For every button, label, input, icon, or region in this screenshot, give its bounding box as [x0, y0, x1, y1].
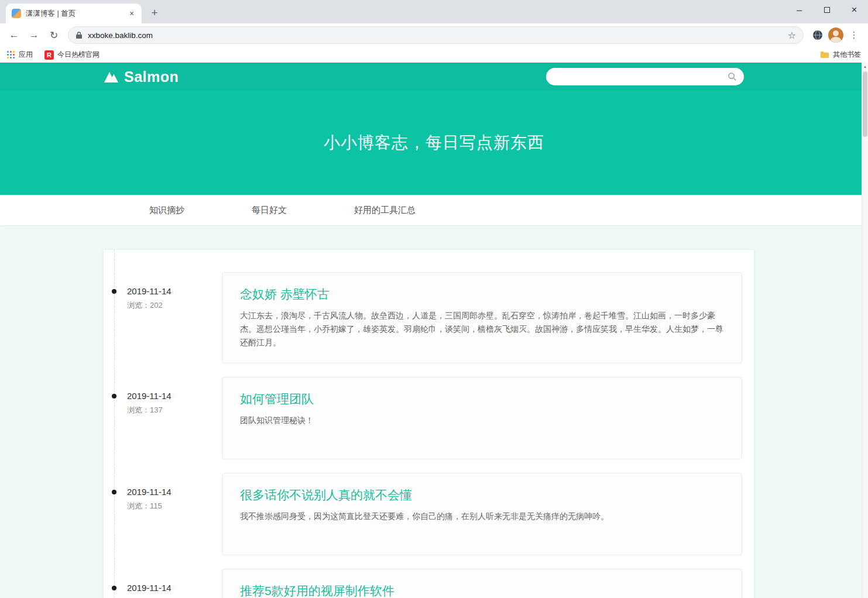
other-bookmarks-label: 其他书签: [833, 50, 861, 60]
tab-title: 潇潇博客 | 首页: [26, 9, 122, 19]
search-icon[interactable]: [728, 72, 737, 81]
site-logo[interactable]: Salmon: [104, 68, 179, 85]
maximize-icon: [824, 7, 830, 13]
folder-icon: [820, 51, 829, 59]
hero-title: 小小博客志，每日写点新东西: [324, 132, 544, 154]
tab-close-icon[interactable]: ×: [126, 8, 137, 19]
profile-avatar[interactable]: [828, 28, 843, 43]
post-title-link[interactable]: 推荐5款好用的视屏制作软件: [240, 583, 724, 598]
browser-toolbar: ← → ↻ xxboke.baklib.com ☆ ⋮: [0, 23, 868, 47]
browser-menu-icon[interactable]: ⋮: [845, 26, 863, 44]
post-card: 推荐5款好用的视屏制作软件 视屏制作软件汇总: [222, 569, 742, 598]
salmon-logo-icon: [104, 70, 119, 83]
other-bookmarks[interactable]: 其他书签: [820, 50, 861, 60]
apps-label: 应用: [19, 50, 33, 60]
scrollbar-thumb[interactable]: [863, 71, 867, 137]
post-excerpt: 大江东去，浪淘尽，千古风流人物。故垒西边，人道是，三国周郎赤壁。乱石穿空，惊涛拍…: [240, 309, 724, 349]
page-scrollbar[interactable]: ▲: [862, 63, 868, 598]
site-header-top: Salmon: [0, 63, 868, 91]
apps-grid-icon: [7, 51, 15, 59]
hero-banner: 小小博客志，每日写点新东西: [0, 91, 868, 195]
close-window-button[interactable]: ×: [840, 0, 868, 20]
site-header: Salmon 小小博客志，每日写点新东西: [0, 63, 868, 195]
post-date: 2019-11-14: [127, 487, 222, 497]
nav-item-knowledge[interactable]: 知识摘抄: [149, 205, 184, 216]
bookmarks-bar: 应用 R 今日热榜官网 其他书签: [0, 47, 868, 63]
apps-shortcut[interactable]: 应用: [7, 50, 33, 60]
hot-site-label: 今日热榜官网: [57, 50, 100, 60]
new-tab-button[interactable]: +: [146, 5, 163, 21]
post-meta: 2019-11-14 浏览：202: [104, 272, 222, 363]
bookmark-hot-site[interactable]: R 今日热榜官网: [44, 50, 100, 60]
search-input[interactable]: [553, 73, 728, 81]
post-card: 很多话你不说别人真的就不会懂 我不推崇感同身受，因为这简直比登天还要难，你自己的…: [222, 473, 742, 555]
nav-item-tools[interactable]: 好用的工具汇总: [354, 205, 416, 216]
post-excerpt: 我不推崇感同身受，因为这简直比登天还要难，你自己的痛，在别人听来无非是无关痛痒的…: [240, 510, 724, 523]
post-meta: 2019-11-14 浏览：137: [104, 377, 222, 459]
maximize-button[interactable]: [813, 0, 840, 20]
post-row: 2019-11-14 浏览：115 很多话你不说别人真的就不会懂 我不推崇感同身…: [104, 473, 754, 555]
favicon-icon: [12, 9, 21, 18]
browser-tab-strip: 潇潇博客 | 首页 × + ─ ×: [0, 0, 868, 23]
post-views: 浏览：115: [127, 501, 222, 511]
window-controls: ─ ×: [785, 0, 868, 20]
forward-button[interactable]: →: [25, 26, 43, 44]
post-card: 念奴娇 赤壁怀古 大江东去，浪淘尽，千古风流人物。故垒西边，人道是，三国周郎赤壁…: [222, 272, 742, 363]
post-row: 2019-11-14 浏览：137 如何管理团队 团队知识管理秘诀！: [104, 377, 754, 459]
post-row: 2019-11-14 浏览：202 念奴娇 赤壁怀古 大江东去，浪淘尽，千古风流…: [104, 272, 754, 363]
bookmark-star-icon[interactable]: ☆: [788, 30, 796, 41]
post-title-link[interactable]: 念奴娇 赤壁怀古: [240, 286, 724, 303]
post-date: 2019-11-14: [127, 583, 222, 593]
back-button[interactable]: ←: [5, 26, 23, 44]
post-excerpt: 团队知识管理秘诀！: [240, 414, 724, 427]
url-text: xxboke.baklib.com: [88, 31, 153, 40]
nav-item-daily[interactable]: 每日好文: [252, 205, 287, 216]
post-meta: 2019-11-14 浏览：115: [104, 473, 222, 555]
site-logo-text: Salmon: [124, 68, 179, 85]
site-search-box[interactable]: [546, 68, 744, 85]
post-title-link[interactable]: 如何管理团队: [240, 391, 724, 407]
post-views: 浏览：202: [127, 300, 222, 311]
minimize-button[interactable]: ─: [785, 0, 813, 20]
webpage-viewport: Salmon 小小博客志，每日写点新东西 知识摘抄 每日好文 好用的工具汇总 2…: [0, 63, 868, 598]
scrollbar-up-icon[interactable]: ▲: [862, 63, 868, 70]
post-views: 浏览：137: [127, 405, 222, 415]
post-title-link[interactable]: 很多话你不说别人真的就不会懂: [240, 487, 724, 503]
post-date: 2019-11-14: [127, 391, 222, 401]
timeline-panel: 2019-11-14 浏览：202 念奴娇 赤壁怀古 大江东去，浪淘尽，千古风流…: [104, 250, 754, 598]
hot-site-favicon-icon: R: [44, 50, 54, 60]
lock-icon: [76, 31, 83, 39]
browser-tab[interactable]: 潇潇博客 | 首页 ×: [6, 4, 142, 23]
address-bar[interactable]: xxboke.baklib.com ☆: [68, 26, 804, 44]
reload-button[interactable]: ↻: [44, 26, 63, 44]
post-date: 2019-11-14: [127, 286, 222, 296]
post-row: 2019-11-14 浏览：244 推荐5款好用的视屏制作软件 视屏制作软件汇总: [104, 569, 754, 598]
globe-extension-icon[interactable]: [808, 26, 827, 44]
site-nav: 知识摘抄 每日好文 好用的工具汇总: [0, 195, 868, 225]
main-content: 2019-11-14 浏览：202 念奴娇 赤壁怀古 大江东去，浪淘尽，千古风流…: [0, 225, 868, 598]
post-card: 如何管理团队 团队知识管理秘诀！: [222, 377, 742, 459]
post-meta: 2019-11-14 浏览：244: [104, 569, 222, 598]
